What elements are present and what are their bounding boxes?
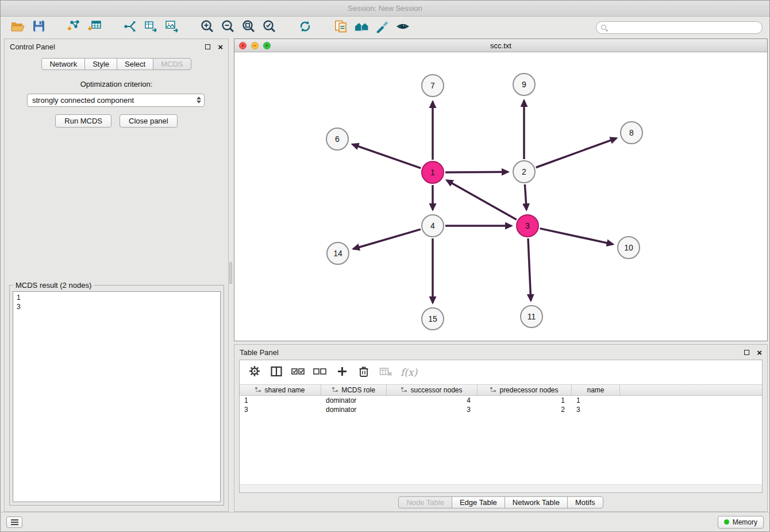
sort-tree-icon (490, 387, 496, 393)
open-session-button[interactable] (7, 19, 28, 36)
cell-successor-nodes[interactable]: 4 (387, 396, 478, 405)
cell-successor-nodes[interactable]: 3 (387, 405, 478, 414)
search-input[interactable] (610, 24, 757, 32)
graph-node-9[interactable]: 9 (513, 73, 536, 96)
import-table-button[interactable] (84, 19, 105, 36)
dropdown-stepper-icon (197, 97, 201, 103)
graph-node-14[interactable]: 14 (326, 242, 349, 265)
minimize-window-icon[interactable]: − (251, 42, 259, 49)
graph-node-2[interactable]: 2 (513, 160, 536, 183)
column-header-shared-name[interactable]: shared name (240, 385, 321, 395)
import-network-button[interactable] (64, 19, 84, 36)
criterion-dropdown[interactable]: strongly connected component (27, 94, 205, 107)
tab-motifs[interactable]: Motifs (567, 496, 603, 508)
tab-select[interactable]: Select (117, 58, 153, 70)
show-columns-button[interactable] (267, 364, 286, 381)
style-brush-button[interactable] (372, 19, 392, 36)
home-layout-button[interactable] (351, 19, 372, 36)
graph-node-8[interactable]: 8 (620, 121, 643, 144)
deselect-all-button[interactable] (311, 364, 329, 381)
graph-node-4[interactable]: 4 (421, 214, 444, 237)
graph-edge-4-14[interactable] (353, 229, 421, 249)
cell-name[interactable]: 1 (572, 396, 620, 405)
graph-node-1[interactable]: 1 (421, 161, 444, 184)
refresh-icon (298, 20, 312, 36)
import-table-icon (88, 20, 102, 35)
refresh-button[interactable] (295, 19, 315, 36)
panel-splitter-handle[interactable] (229, 262, 232, 284)
cell-shared-name[interactable]: 3 (240, 405, 321, 414)
cell-mcds-role[interactable]: dominator (321, 396, 387, 405)
graph-edge-1-2[interactable] (445, 172, 508, 172)
network-window-title: scc.txt (490, 41, 511, 50)
add-column-button[interactable] (333, 364, 351, 381)
column-header-successor-nodes[interactable]: successor nodes (387, 385, 478, 395)
window-titlebar: Session: New Session (1, 1, 769, 17)
graph-edge-1-6[interactable] (352, 144, 421, 168)
network-share-button[interactable] (120, 19, 141, 36)
optimization-criterion-label: Optimization criterion: (5, 80, 228, 88)
horizontal-scrollbar[interactable] (240, 484, 762, 492)
graph-edge-3-10[interactable] (540, 229, 613, 245)
close-table-panel-icon[interactable]: × (757, 348, 762, 357)
zoom-selected-button[interactable] (259, 19, 280, 36)
table-panel-header: Table Panel × (234, 345, 767, 360)
cell-mcds-role[interactable]: dominator (321, 405, 387, 414)
close-window-icon[interactable]: × (239, 42, 247, 49)
float-panel-icon[interactable] (205, 44, 210, 49)
cell-shared-name[interactable]: 1 (240, 396, 321, 405)
graph-node-7[interactable]: 7 (421, 74, 444, 97)
graph-node-10[interactable]: 10 (617, 236, 640, 259)
memory-button[interactable]: Memory (718, 516, 764, 529)
column-header-name[interactable]: name (572, 385, 620, 395)
tab-node-table[interactable]: Node Table (398, 496, 452, 508)
search-box[interactable] (596, 21, 763, 34)
zoom-in-button[interactable] (197, 19, 218, 36)
toggle-visibility-button[interactable] (392, 19, 413, 36)
zoom-out-button[interactable] (218, 19, 238, 36)
table-row[interactable]: 1 dominator 4 1 1 (240, 396, 762, 405)
graph-node-6[interactable]: 6 (326, 128, 349, 151)
column-header-mcds-role[interactable]: MCDS role (321, 385, 387, 395)
table-panel-body: f(x) shared name MCDS role successor nod… (239, 360, 763, 493)
task-history-button[interactable] (6, 516, 22, 528)
graph-edge-2-8[interactable] (536, 138, 617, 168)
cell-name[interactable]: 3 (572, 405, 620, 414)
trash-icon (358, 365, 369, 380)
copy-style-button[interactable] (330, 19, 351, 36)
graph-edge-3-11[interactable] (528, 238, 531, 300)
close-panel-button[interactable]: Close panel (120, 114, 178, 128)
export-image-button[interactable] (161, 19, 182, 36)
graph-node-11[interactable]: 11 (520, 305, 543, 328)
cell-predecessor-nodes[interactable]: 2 (478, 405, 572, 414)
network-canvas[interactable]: 7968124314101511 (234, 52, 767, 341)
float-table-panel-icon[interactable] (744, 350, 749, 355)
network-window-titlebar[interactable]: × − + scc.txt (234, 39, 767, 52)
maximize-window-icon[interactable]: + (263, 42, 271, 49)
open-folder-icon (10, 20, 25, 35)
table-row[interactable]: 3 dominator 3 2 3 (240, 405, 762, 414)
columns-icon (271, 366, 282, 379)
save-icon (33, 20, 45, 34)
cell-predecessor-nodes[interactable]: 1 (478, 396, 572, 405)
column-header-predecessor-nodes[interactable]: predecessor nodes (478, 385, 572, 395)
tab-mcds[interactable]: MCDS (153, 58, 191, 70)
close-panel-icon[interactable]: × (218, 43, 223, 51)
graph-node-3[interactable]: 3 (516, 214, 539, 237)
save-session-button[interactable] (28, 19, 49, 36)
run-mcds-button[interactable]: Run MCDS (55, 114, 111, 128)
network-table-button[interactable] (141, 19, 161, 36)
table-settings-button[interactable] (245, 364, 264, 381)
tab-edge-table[interactable]: Edge Table (452, 496, 505, 508)
select-all-button[interactable] (289, 364, 307, 381)
delete-column-button[interactable] (355, 364, 373, 381)
function-builder-button: f(x) (401, 367, 417, 378)
tab-style[interactable]: Style (84, 58, 117, 70)
tab-network-table[interactable]: Network Table (505, 496, 568, 508)
graph-edge-2-3[interactable] (525, 184, 526, 210)
graph-edge-3-1[interactable] (446, 180, 516, 220)
graph-node-15[interactable]: 15 (421, 307, 444, 330)
tab-network[interactable]: Network (41, 58, 85, 70)
zoom-fit-button[interactable] (238, 19, 259, 36)
mcds-result-list[interactable]: 1 3 (13, 291, 221, 502)
